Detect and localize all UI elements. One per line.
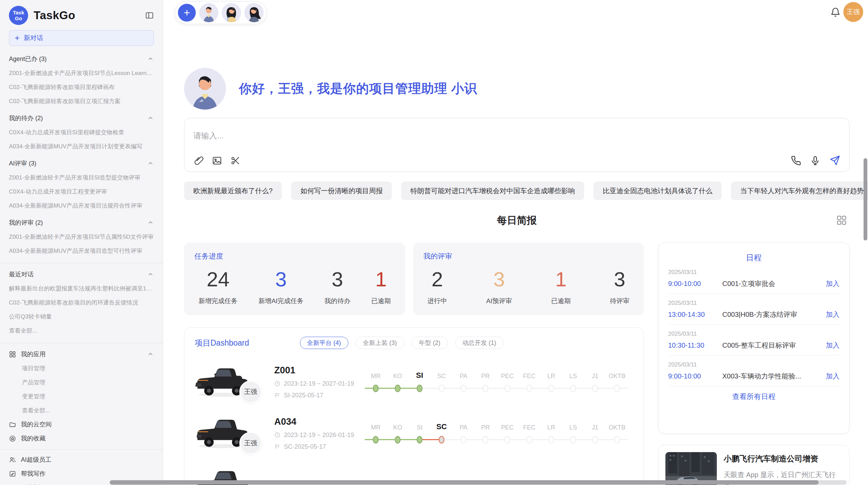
- section-recent-chats[interactable]: 最近对话: [9, 270, 154, 278]
- divider: [668, 386, 840, 386]
- list-item[interactable]: A034-全新新能源MUV产品开发项目法规符合性评审: [9, 202, 154, 210]
- event-date: 2025/03/11: [668, 300, 840, 307]
- chevron-up-icon[interactable]: [147, 160, 154, 167]
- join-link[interactable]: 加入: [826, 310, 840, 319]
- tab-new-body[interactable]: 全新上装 (3): [356, 337, 404, 349]
- view-all-link[interactable]: 查看全部...: [22, 407, 154, 414]
- microphone-icon[interactable]: [810, 156, 820, 166]
- join-link[interactable]: 加入: [826, 372, 840, 381]
- taskgo-logo-icon: Task Go: [9, 6, 28, 25]
- input-toolbar: [193, 155, 840, 166]
- suggestion-chip[interactable]: 当下年轻人对汽车外观有怎样的喜好趋势: [731, 182, 868, 200]
- schedule-card: 日程 2025/03/11 9:00-10:00 C001-立项审批会 加入 2…: [658, 242, 849, 434]
- project-row[interactable]: 王强 Z001 2023-12-19 ~ 2027-01-19 SI-2025-…: [195, 363, 633, 400]
- sidebar-item-my-apps[interactable]: 我的应用: [9, 350, 154, 358]
- list-item[interactable]: C0X4-动力总成开发项目SI里程碑提交物检查: [9, 128, 154, 136]
- list-item[interactable]: A034-全新新能源MUV产品开发项目计划变更表编写: [9, 142, 154, 150]
- chevron-up-icon[interactable]: [147, 271, 154, 278]
- sidebar-item-ai-super-staff[interactable]: AI超级员工: [9, 456, 154, 464]
- divider: [0, 343, 163, 343]
- sidebar-item-label: AI超级员工: [21, 456, 51, 464]
- milestone-dot: [461, 385, 467, 392]
- sidebar-collapse-icon[interactable]: [145, 11, 154, 20]
- section-agent-done[interactable]: Agent已办 (3): [9, 55, 154, 63]
- section-title: 我的评审 (2): [9, 219, 43, 227]
- tab-model-year[interactable]: 年型 (2): [412, 337, 448, 349]
- write-doc-icon: [9, 470, 16, 477]
- list-item[interactable]: C02-飞腾新能源轻客改款项目立项汇报方案: [9, 97, 154, 105]
- stat-in-progress: 2 进行中: [427, 267, 447, 306]
- vertical-scrollbar-thumb[interactable]: [864, 158, 867, 240]
- project-info: Z001 2023-12-19 ~ 2027-01-19 SI-2025-05-…: [274, 365, 359, 399]
- clock-icon: [274, 381, 280, 387]
- sidebar-item-label: 我的云空间: [21, 420, 52, 428]
- sidebar-item-change-mgmt[interactable]: 变更管理: [22, 393, 154, 400]
- list-item[interactable]: A034-全新新能源MUV产品开发项目造型可行性评审: [9, 247, 154, 255]
- section-my-review[interactable]: 我的评审 (2): [9, 219, 154, 227]
- chevron-up-icon[interactable]: [147, 55, 154, 62]
- view-all-schedule-link[interactable]: 查看所有日程: [668, 392, 840, 401]
- image-icon[interactable]: [212, 156, 222, 166]
- milestone-dot: [505, 436, 510, 444]
- project-image: 王强: [195, 415, 249, 452]
- section-ai-review[interactable]: AI评审 (3): [9, 159, 154, 167]
- suggestion-chip[interactable]: 如何写一份清晰的项目周报: [291, 182, 392, 200]
- sidebar-item-label: 帮我写作: [21, 470, 46, 478]
- milestone-dot-done: [395, 436, 401, 444]
- attachment-icon[interactable]: [193, 156, 204, 166]
- new-chat-button[interactable]: + 新对话: [9, 30, 154, 46]
- folder-icon: [9, 421, 16, 428]
- send-icon[interactable]: [829, 155, 840, 166]
- join-link[interactable]: 加入: [826, 279, 840, 288]
- main-content: 你好，王强，我是你的项目管理助理 小识 欧洲新规最近颁布了什么? 如何写一份清晰…: [184, 0, 849, 485]
- assistant-avatar: [184, 68, 226, 110]
- stat-overdue: 1 已逾期: [371, 267, 391, 306]
- list-item[interactable]: Z001-全新燃油轻卡产品开发项目SI节点属性5D文件评审: [9, 233, 154, 241]
- list-item[interactable]: Z001-全新燃油轻卡产品开发项目SI造型提交物评审: [9, 174, 154, 182]
- list-item[interactable]: C0X4-动力总成开发项目工程变更评审: [9, 188, 154, 196]
- news-card[interactable]: 小鹏飞行汽车制造公司增资 天眼查 App 显示，近日广州汇天飞行汽...: [658, 445, 849, 485]
- chevron-up-icon[interactable]: [147, 219, 154, 226]
- list-item[interactable]: 解释最新出台的欧盟报废车法规再生塑料比例被调至15%...: [9, 285, 154, 293]
- milestone-dot: [570, 436, 576, 444]
- sidebar-item-label: 创意制图: [21, 484, 46, 485]
- chevron-up-icon[interactable]: [147, 115, 154, 122]
- app-window: Task Go TaskGo + 新对话 Agent已办 (3) Z001-全新…: [0, 0, 868, 485]
- milestone-dot: [592, 385, 598, 392]
- view-all-link[interactable]: 查看全部...: [9, 327, 154, 335]
- list-item[interactable]: Z001-全新燃油皮卡产品开发项目SI节点Lesson Learn报告: [9, 69, 154, 77]
- tab-powertrain[interactable]: 动总开发 (1): [455, 337, 504, 349]
- list-item[interactable]: C02-飞腾新能源轻客改款项目的闭环通告反馈情况: [9, 299, 154, 307]
- tab-new-platform[interactable]: 全新平台 (4): [300, 337, 348, 349]
- app-title: TaskGo: [34, 9, 75, 22]
- sidebar-item-cloud-space[interactable]: 我的云空间: [9, 420, 154, 428]
- milestone-dot-overdue: [439, 436, 445, 444]
- join-link[interactable]: 加入: [826, 341, 840, 350]
- horizontal-scrollbar-thumb[interactable]: [110, 480, 819, 485]
- list-item[interactable]: C02-飞腾新能源轻客改款项目里程碑画布: [9, 83, 154, 91]
- sidebar-item-help-write[interactable]: 帮我写作: [9, 470, 154, 478]
- stat-overdue: 1 已逾期: [551, 267, 571, 306]
- layout-grid-icon[interactable]: [836, 214, 847, 227]
- milestone-dot: [548, 385, 554, 392]
- scissors-icon[interactable]: [230, 156, 241, 166]
- chat-input[interactable]: [193, 131, 840, 140]
- milestone-dot: [527, 436, 532, 444]
- sidebar-item-favorites[interactable]: 我的收藏: [9, 434, 154, 443]
- sidebar-item-project-mgmt[interactable]: 项目管理: [22, 364, 154, 372]
- chat-input-card: [184, 118, 849, 172]
- project-dates: 2023-12-19 ~ 2026-01-19: [274, 432, 359, 439]
- project-dashboard-card: 项目Dashboard 全新平台 (4) 全新上装 (3) 年型 (2) 动总开…: [184, 327, 644, 485]
- milestone-dot: [461, 436, 467, 444]
- suggestion-chip[interactable]: 欧洲新规最近颁布了什么?: [184, 182, 282, 200]
- suggestion-chip[interactable]: 特朗普可能对进口汽车增税会对中国车企造成哪些影响: [401, 182, 584, 200]
- project-row[interactable]: 王强 A034 2023-12-19 ~ 2026-01-19 SC-2025-…: [195, 415, 633, 452]
- phone-icon[interactable]: [791, 156, 801, 166]
- sidebar-item-product-mgmt[interactable]: 产品管理: [22, 378, 154, 386]
- list-item[interactable]: 公司Q3轻卡销量: [9, 313, 154, 321]
- greeting-title: 你好，王强，我是你的项目管理助理 小识: [239, 80, 477, 97]
- suggestion-chip[interactable]: 比亚迪全固态电池计划具体说了什么: [593, 182, 722, 200]
- project-milestone-date: SI-2025-05-17: [274, 392, 359, 399]
- chevron-up-icon[interactable]: [147, 351, 154, 358]
- section-my-todo[interactable]: 我的待办 (2): [9, 114, 154, 122]
